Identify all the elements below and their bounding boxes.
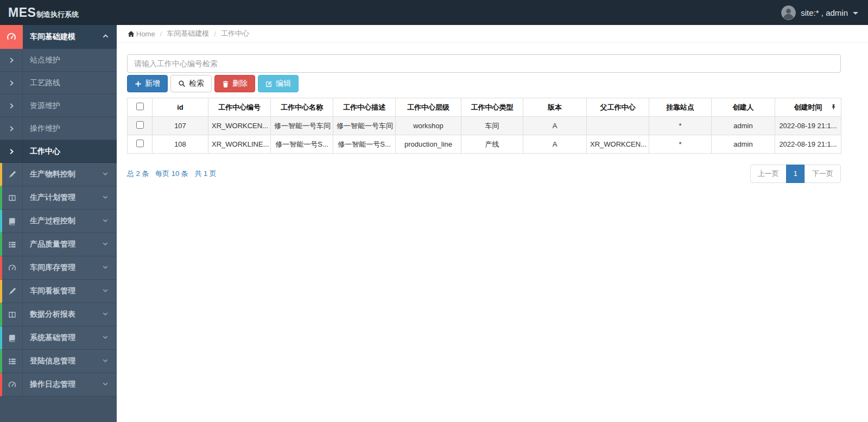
chevron-down-icon: [102, 356, 117, 366]
brand-name: MES: [8, 5, 36, 20]
brand-subtitle: 制造执行系统: [36, 10, 79, 20]
edit-icon: [265, 80, 273, 87]
pin-icon[interactable]: [831, 103, 837, 111]
chevron-down-icon: [102, 169, 117, 179]
work-center-table: id 工作中心编号 工作中心名称 工作中心描述 工作中心层级 工作中心类型 版本…: [127, 98, 841, 154]
col-header-parent: 父工作中心: [587, 98, 649, 117]
col-header-code: 工作中心编号: [208, 98, 271, 117]
avatar: [781, 5, 796, 20]
user-name: site:* , admin: [801, 8, 848, 17]
columns-icon: [2, 186, 23, 209]
sidebar-item-workshop-base-modeling[interactable]: 车间基础建模: [0, 25, 117, 49]
search-input[interactable]: [127, 54, 841, 73]
chevron-right-icon: [0, 140, 23, 162]
table-header-row: id 工作中心编号 工作中心名称 工作中心描述 工作中心层级 工作中心类型 版本…: [128, 98, 841, 117]
edit-button[interactable]: 编辑: [258, 75, 299, 92]
user-menu[interactable]: site:* , admin: [781, 5, 868, 20]
sidebar-item-data-analysis-report[interactable]: 数据分析报表: [0, 303, 117, 326]
delete-button[interactable]: 删除: [214, 75, 255, 92]
breadcrumb-current: 工作中心: [221, 29, 249, 39]
col-header-id: id: [153, 98, 208, 117]
next-page-button[interactable]: 下一页: [804, 165, 841, 183]
sidebar-item-production-process-control[interactable]: 生产过程控制: [0, 210, 117, 233]
page-1-button[interactable]: 1: [786, 165, 805, 183]
sidebar: 车间基础建模 站点维护 工艺路线 资源维护 操作维护 工作中心 生产物料控制 生…: [0, 25, 117, 422]
sidebar-item-system-base-management[interactable]: 系统基础管理: [0, 326, 117, 350]
search-button[interactable]: 检索: [170, 75, 212, 92]
trash-icon: [222, 80, 229, 87]
top-navbar: MES 制造执行系统 site:* , admin: [0, 0, 868, 25]
gauge-icon: [0, 25, 23, 49]
table-row[interactable]: 107 XR_WORKCEN... 修一智能一号车间 修一智能一号车间 work…: [128, 117, 841, 135]
chevron-down-icon: [102, 240, 117, 249]
chevron-right-icon: [0, 72, 23, 94]
sidebar-item-login-info-management[interactable]: 登陆信息管理: [0, 350, 117, 373]
sidebar-item-workshop-inventory-management[interactable]: 车间库存管理: [0, 256, 117, 280]
select-all-checkbox[interactable]: [136, 103, 144, 110]
sidebar-item-product-quality-management[interactable]: 产品质量管理: [0, 233, 117, 256]
chevron-down-icon: [102, 193, 117, 203]
pagination: 上一页 1 下一页: [750, 165, 841, 183]
col-header-creator: 创建人: [712, 98, 775, 117]
col-header-name: 工作中心名称: [271, 98, 333, 117]
columns-icon: [2, 303, 23, 326]
search-icon: [178, 80, 186, 87]
col-header-type: 工作中心类型: [461, 98, 523, 117]
sidebar-subitem-work-center[interactable]: 工作中心: [0, 140, 117, 163]
col-header-station: 挂靠站点: [649, 98, 712, 117]
page-count: 共 1 页: [194, 169, 216, 178]
chevron-down-icon: [102, 216, 117, 226]
sidebar-subitem-operation-maintenance[interactable]: 操作维护: [0, 117, 117, 140]
chevron-down-icon: [102, 333, 117, 343]
main-content: Home / 车间基础建模 / 工作中心 新增 检索 删除 编辑: [117, 25, 868, 422]
caret-down-icon: [853, 12, 858, 15]
breadcrumb-home[interactable]: Home: [136, 30, 155, 38]
col-header-description: 工作中心描述: [333, 98, 396, 117]
chevron-right-icon: [0, 95, 23, 117]
app-logo[interactable]: MES 制造执行系统: [0, 5, 79, 20]
sidebar-item-production-plan-management[interactable]: 生产计划管理: [0, 186, 117, 210]
pencil-icon: [2, 280, 23, 303]
sidebar-subitem-resource-maintenance[interactable]: 资源维护: [0, 95, 117, 117]
pencil-icon: [2, 163, 23, 186]
home-icon: [128, 30, 135, 37]
chevron-up-icon: [102, 32, 109, 42]
book-icon: [2, 210, 23, 232]
sidebar-subitem-station-maintenance[interactable]: 站点维护: [0, 49, 117, 72]
row-checkbox[interactable]: [136, 140, 144, 147]
per-page-count: 每页 10 条: [155, 169, 188, 178]
chevron-down-icon: [102, 310, 117, 319]
sidebar-item-label: 车间基础建模: [30, 32, 102, 42]
pagination-summary: 总 2 条 每页 10 条 共 1 页: [127, 169, 221, 179]
book-icon: [2, 326, 23, 349]
add-button[interactable]: 新增: [127, 75, 168, 92]
plus-icon: [135, 80, 142, 87]
gauge-icon: [2, 256, 23, 279]
chevron-right-icon: [0, 49, 23, 71]
breadcrumb-separator: /: [214, 30, 216, 38]
col-header-level: 工作中心层级: [396, 98, 461, 117]
chevron-down-icon: [102, 263, 117, 273]
sidebar-item-operation-log-management[interactable]: 操作日志管理: [0, 373, 117, 396]
chevron-down-icon: [102, 286, 117, 296]
sidebar-item-production-material-control[interactable]: 生产物料控制: [0, 163, 117, 186]
sidebar-item-workshop-kanban-management[interactable]: 车间看板管理: [0, 280, 117, 303]
breadcrumb: Home / 车间基础建模 / 工作中心: [117, 25, 868, 43]
col-header-version: 版本: [523, 98, 587, 117]
list-icon: [2, 350, 23, 373]
sidebar-footer-space: [0, 396, 117, 422]
chevron-down-icon: [102, 380, 117, 389]
row-checkbox[interactable]: [136, 121, 144, 129]
list-icon: [2, 233, 23, 256]
prev-page-button[interactable]: 上一页: [750, 165, 787, 183]
table-row[interactable]: 108 XR_WORKLINE... 修一智能一号S... 修一智能一号S...…: [128, 135, 841, 154]
col-header-created-time: 创建时间: [775, 98, 841, 117]
sidebar-subitem-process-route[interactable]: 工艺路线: [0, 72, 117, 95]
gauge-icon: [2, 373, 23, 396]
breadcrumb-workshop-base-modeling[interactable]: 车间基础建模: [167, 29, 209, 39]
chevron-right-icon: [0, 117, 23, 140]
total-count: 总 2 条: [127, 169, 149, 178]
breadcrumb-separator: /: [160, 30, 162, 38]
